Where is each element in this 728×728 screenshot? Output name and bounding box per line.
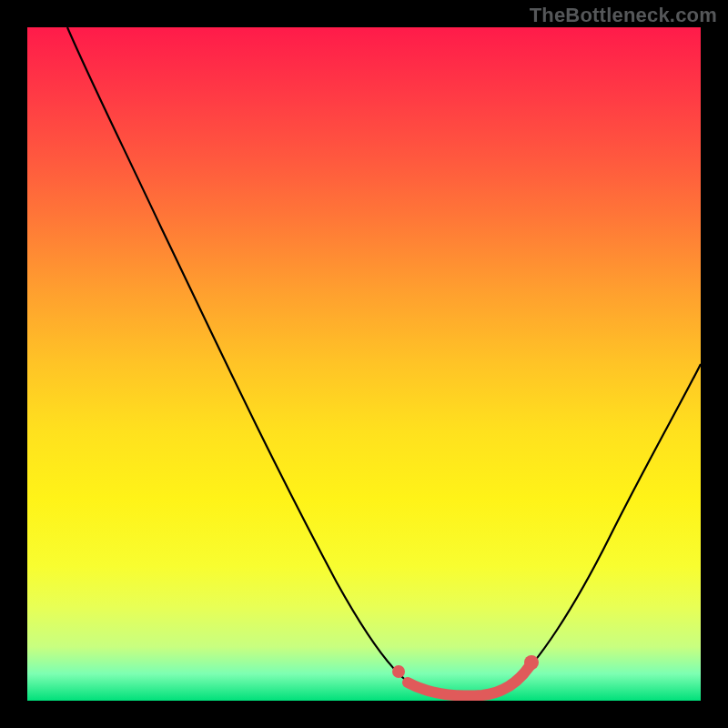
plot-area (27, 27, 701, 701)
watermark-text: TheBottleneck.com (530, 4, 717, 27)
optimal-range-highlight-path (408, 666, 530, 695)
curve-overlay (27, 27, 701, 701)
bottleneck-curve-path (67, 27, 701, 697)
marker-left-dot (392, 665, 405, 678)
chart-container: TheBottleneck.com (0, 0, 728, 728)
marker-right-dot (524, 655, 539, 670)
